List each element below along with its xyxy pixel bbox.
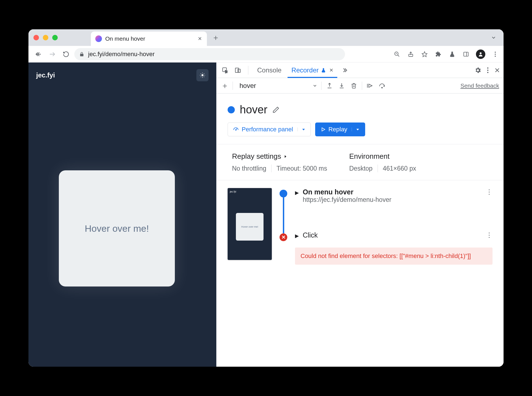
timeline-dot-icon: [280, 190, 287, 197]
export-icon[interactable]: [325, 82, 334, 90]
performance-panel-button[interactable]: Performance panel: [228, 123, 311, 136]
recording-name[interactable]: hover: [237, 82, 309, 90]
close-window-button[interactable]: [33, 35, 39, 40]
svg-marker-41: [285, 155, 286, 158]
step-over-icon[interactable]: [366, 82, 374, 90]
perf-dropdown-icon[interactable]: [297, 127, 305, 131]
device-toggle-icon[interactable]: [233, 65, 243, 75]
page-pane: jec.fyi Hover over me!: [28, 62, 216, 367]
devtools-kebab-icon[interactable]: [487, 67, 489, 74]
page-brand: jec.fyi: [36, 71, 55, 79]
sidepanel-icon[interactable]: [462, 50, 470, 58]
content-row: jec.fyi Hover over me! Console Recorder …: [28, 62, 504, 367]
step-title: On menu hover: [303, 188, 482, 196]
url-text: jec.fyi/demo/menu-hover: [88, 51, 155, 58]
hover-card-text: Hover over me!: [85, 223, 149, 234]
step-title: Click: [303, 231, 482, 239]
inspect-icon[interactable]: [220, 65, 230, 75]
svg-point-27: [487, 69, 489, 71]
share-icon[interactable]: [407, 50, 415, 58]
recorder-toolbar: ＋ hover Send feedback: [217, 78, 504, 93]
new-recording-button[interactable]: ＋: [221, 80, 229, 91]
dimensions-value: 461×660 px: [383, 165, 416, 172]
status-dot-icon: [228, 106, 235, 113]
devtools-pane: Console Recorder ✕ ＋ hover: [216, 62, 504, 367]
edit-title-button[interactable]: [272, 106, 280, 113]
step-kebab-icon[interactable]: ⋮: [486, 188, 493, 196]
svg-point-26: [487, 67, 489, 69]
chevron-right-icon: ▶: [295, 190, 299, 196]
chevron-right-icon: ▶: [295, 233, 299, 239]
profile-avatar[interactable]: [476, 50, 485, 59]
svg-line-20: [204, 77, 204, 77]
timeline-error-icon: ✕: [280, 233, 287, 241]
replay-dropdown-icon[interactable]: [352, 127, 360, 131]
svg-marker-7: [422, 51, 427, 56]
zoom-out-icon[interactable]: [393, 50, 401, 58]
back-button[interactable]: [33, 49, 44, 60]
step-icon[interactable]: [378, 82, 386, 90]
svg-point-12: [495, 53, 496, 54]
forward-button[interactable]: [47, 49, 58, 60]
chevron-right-icon: [283, 155, 287, 158]
svg-line-19: [201, 74, 201, 74]
star-icon[interactable]: [421, 50, 428, 58]
step-thumbnail: jec.fyi Hover over me!: [228, 188, 272, 260]
step-kebab-icon[interactable]: ⋮: [486, 231, 493, 239]
favicon-icon: [95, 35, 102, 42]
close-tab-button[interactable]: ✕: [197, 36, 202, 41]
svg-marker-38: [302, 129, 305, 131]
tab-title: On menu hover: [105, 35, 194, 42]
browser-tab[interactable]: On menu hover ✕: [91, 32, 207, 46]
svg-point-35: [382, 87, 383, 88]
close-panel-button[interactable]: ✕: [329, 67, 333, 73]
step-item[interactable]: ▶ On menu hover https://jec.fyi/demo/men…: [295, 188, 493, 204]
timeline: ✕: [278, 188, 288, 265]
environment-heading: Environment: [349, 152, 416, 161]
svg-point-37: [236, 129, 236, 130]
svg-point-28: [487, 72, 489, 73]
hover-card[interactable]: Hover over me!: [59, 170, 175, 286]
new-tab-button[interactable]: ＋: [210, 32, 221, 43]
play-icon: [321, 127, 326, 132]
kebab-menu-icon[interactable]: [491, 50, 499, 58]
import-icon[interactable]: [338, 82, 346, 90]
recording-dropdown-icon[interactable]: [312, 83, 317, 88]
steps-area: jec.fyi Hover over me! ✕ ▶ On menu hover: [217, 180, 504, 272]
replay-settings-heading[interactable]: Replay settings: [232, 152, 327, 161]
window-controls: [33, 35, 58, 40]
svg-point-13: [495, 56, 496, 57]
error-message: Could not find element for selectors: [[…: [295, 248, 493, 265]
svg-line-22: [204, 74, 204, 74]
more-tabs-icon[interactable]: [342, 67, 348, 73]
tabs-caret-icon[interactable]: [491, 35, 496, 40]
theme-toggle-button[interactable]: [196, 69, 209, 81]
settings-gear-icon[interactable]: [474, 67, 481, 74]
recording-title-row: hover: [217, 93, 504, 123]
svg-line-21: [201, 77, 201, 77]
minimize-window-button[interactable]: [43, 35, 48, 40]
close-devtools-button[interactable]: [494, 67, 500, 73]
tab-bar: On menu hover ✕ ＋: [28, 29, 504, 46]
browser-window: On menu hover ✕ ＋ jec.fyi/demo/menu-hove…: [28, 29, 504, 367]
step-url: https://jec.fyi/demo/menu-hover: [303, 196, 482, 204]
address-actions: [393, 50, 499, 59]
svg-point-10: [480, 52, 482, 54]
gauge-icon: [233, 126, 239, 132]
replay-button[interactable]: Replay: [315, 123, 365, 136]
labs-icon[interactable]: [448, 50, 456, 58]
recording-title: hover: [240, 103, 267, 116]
delete-icon[interactable]: [350, 82, 358, 90]
omnibox[interactable]: jec.fyi/demo/menu-hover: [74, 48, 345, 60]
tab-recorder[interactable]: Recorder ✕: [288, 62, 337, 78]
maximize-window-button[interactable]: [52, 35, 58, 40]
timeout-value: Timeout: 5000 ms: [276, 165, 327, 172]
device-value: Desktop: [349, 165, 372, 172]
extensions-icon[interactable]: [434, 50, 442, 58]
tab-console[interactable]: Console: [253, 62, 285, 78]
send-feedback-link[interactable]: Send feedback: [460, 82, 499, 89]
step-item[interactable]: ▶ Click ⋮: [295, 231, 493, 239]
svg-marker-39: [322, 128, 325, 131]
svg-point-14: [201, 74, 203, 76]
reload-button[interactable]: [60, 49, 72, 60]
